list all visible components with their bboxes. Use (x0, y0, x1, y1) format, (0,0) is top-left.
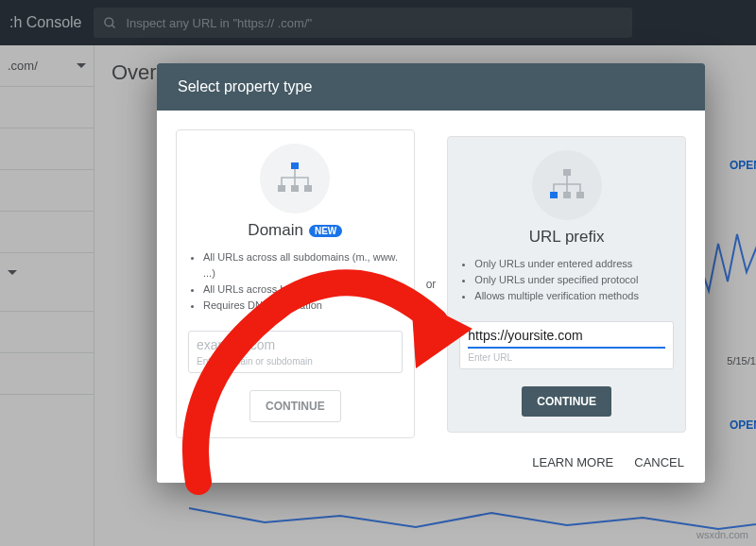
bullet: Only URLs under entered address (474, 256, 674, 272)
or-divider: or (426, 278, 437, 291)
property-type-modal: Select property type Domain NEW All URLs… (157, 63, 705, 483)
learn-more-link[interactable]: LEARN MORE (532, 455, 613, 469)
svg-rect-8 (563, 192, 571, 198)
url-prefix-heading: URL prefix (529, 228, 605, 247)
domain-heading: Domain (248, 221, 303, 240)
bullet: All URLs across https or http (203, 282, 403, 298)
domain-input-placeholder: Enter domain or subdomain (197, 356, 394, 367)
svg-rect-3 (278, 185, 285, 192)
svg-rect-4 (291, 185, 299, 192)
cancel-button[interactable]: CANCEL (634, 455, 684, 469)
bullet: Allows multiple verification methods (474, 288, 674, 304)
watermark: wsxdn.com (696, 529, 748, 540)
domain-input[interactable]: example.com Enter domain or subdomain (188, 331, 403, 373)
bullet: All URLs across all subdomains (m., www.… (203, 249, 403, 282)
svg-rect-2 (291, 162, 299, 169)
svg-rect-9 (576, 192, 584, 198)
sitemap-icon (532, 150, 602, 220)
url-prefix-card[interactable]: URL prefix Only URLs under entered addre… (447, 136, 686, 433)
domain-card[interactable]: Domain NEW All URLs across all subdomain… (176, 129, 415, 438)
bullet: Only URLs under specified protocol (474, 272, 674, 288)
bullet: Requires DNS verification (203, 298, 403, 314)
domain-bullets: All URLs across all subdomains (m., www.… (188, 249, 403, 314)
url-prefix-continue-button[interactable]: CONTINUE (522, 386, 611, 417)
new-badge: NEW (309, 225, 342, 237)
url-prefix-bullets: Only URLs under entered address Only URL… (459, 256, 674, 304)
svg-rect-6 (563, 169, 571, 176)
svg-rect-5 (304, 185, 312, 192)
url-prefix-input-value: https://yoursite.com (468, 328, 665, 349)
domain-input-value: example.com (197, 337, 394, 352)
url-prefix-input-placeholder: Enter URL (468, 352, 665, 363)
svg-rect-7 (550, 192, 558, 198)
domain-continue-button[interactable]: CONTINUE (249, 390, 341, 422)
url-prefix-input[interactable]: https://yoursite.com Enter URL (459, 321, 674, 369)
modal-title: Select property type (157, 63, 705, 111)
sitemap-icon (260, 144, 330, 213)
